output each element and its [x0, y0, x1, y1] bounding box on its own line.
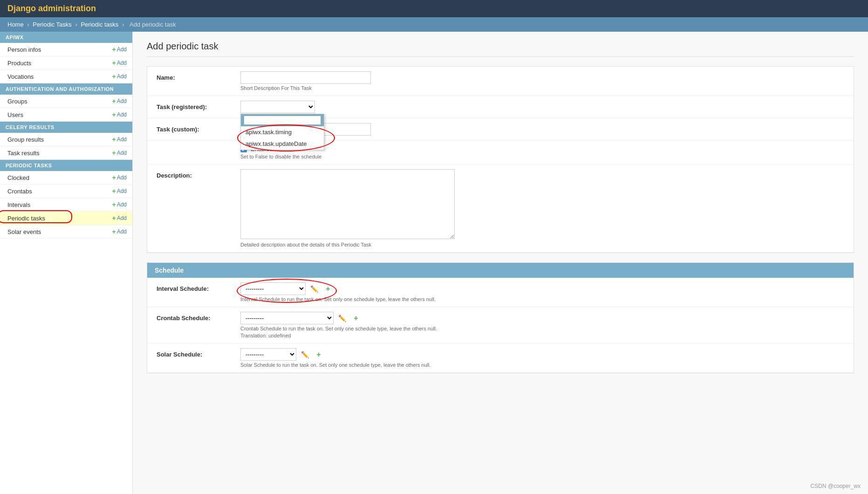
header: Django administration [0, 0, 868, 17]
description-textarea[interactable] [240, 169, 455, 239]
interval-controls-wrapper: --------- ✏️ + [240, 282, 334, 295]
sidebar-section-auth: AUTHENTICATION AND AUTHORIZATION [0, 83, 132, 95]
description-field: Detailed description about the details o… [240, 169, 844, 247]
enabled-checkbox-row: Enabled [240, 145, 844, 152]
task-registered-select[interactable]: apiwx.task.timing apiwx.task.updateDate [240, 101, 315, 113]
page-title: Add periodic task [147, 41, 854, 57]
sidebar-item-groups[interactable]: Groups + Add [0, 95, 132, 108]
solar-schedule-row: Solar Schedule: --------- ✏️ + Solar Sch… [147, 343, 854, 373]
task-option-timing-item[interactable]: apiwx.task.timing [241, 126, 324, 138]
interval-label: Interval Schedule: [157, 282, 231, 292]
task-dropdown-container: apiwx.task.timing apiwx.task.updateDate … [240, 101, 315, 113]
interval-add-button[interactable]: + [322, 283, 334, 295]
add-products-link[interactable]: + Add [112, 59, 127, 67]
add-task-results-link[interactable]: + Add [112, 149, 127, 157]
add-intervals-link[interactable]: + Add [112, 201, 127, 208]
task-option-updatedate-item[interactable]: apiwx.task.updateDate [241, 138, 324, 150]
schedule-section: Schedule Interval Schedule: --------- ✏️… [147, 262, 854, 373]
sidebar-item-vocations[interactable]: Vocations + Add [0, 70, 132, 83]
main-form: Name: Short Description For This Task Ta… [147, 66, 854, 253]
enabled-label-spacer [157, 145, 231, 148]
solar-label: Solar Schedule: [157, 348, 231, 358]
name-row: Name: Short Description For This Task [147, 67, 854, 96]
solar-schedule-controls: --------- ✏️ + [240, 348, 844, 361]
sidebar-item-periodic-tasks[interactable]: Periodic tasks + Add [0, 212, 132, 225]
sidebar-item-group-results[interactable]: Group results + Add [0, 133, 132, 146]
add-crontabs-link[interactable]: + Add [112, 187, 127, 195]
solar-help: Solar Schedule to run the task on. Set o… [240, 362, 844, 368]
task-registered-row: Task (registered): apiwx.task.timing api… [147, 96, 854, 118]
breadcrumb-home[interactable]: Home [7, 21, 24, 28]
task-registered-field: apiwx.task.timing apiwx.task.updateDate … [240, 101, 844, 113]
sidebar-item-products[interactable]: Products + Add [0, 56, 132, 70]
sidebar-section-periodic: PERIODIC TASKS [0, 160, 132, 171]
sidebar-item-task-results[interactable]: Task results + Add [0, 146, 132, 160]
interval-schedule-select[interactable]: --------- [240, 282, 306, 295]
sidebar-item-intervals[interactable]: Intervals + Add [0, 198, 132, 212]
add-group-results-link[interactable]: + Add [112, 136, 127, 143]
solar-schedule-select[interactable]: --------- [240, 348, 296, 361]
add-groups-link[interactable]: + Add [112, 97, 127, 105]
sidebar-item-person-infos[interactable]: Person infos + Add [0, 43, 132, 56]
add-periodic-tasks-link[interactable]: + Add [112, 214, 127, 222]
add-vocations-link[interactable]: + Add [112, 73, 127, 80]
add-clocked-link[interactable]: + Add [112, 174, 127, 181]
add-solar-events-link[interactable]: + Add [112, 228, 127, 235]
interval-help: Interval Schedule to run the task on. Se… [240, 296, 844, 302]
breadcrumb-periodic-tasks-section[interactable]: Periodic Tasks [33, 21, 72, 28]
interval-schedule-row: Interval Schedule: --------- ✏️ + [147, 278, 854, 307]
crontab-label: Crontab Schedule: [157, 312, 231, 322]
enabled-help: Set to False to disable the schedule [240, 154, 844, 159]
description-row: Description: Detailed description about … [147, 165, 854, 253]
sidebar-item-clocked[interactable]: Name: Clocked + Add [0, 171, 132, 185]
task-dropdown-search[interactable] [244, 116, 321, 125]
site-title: Django administration [7, 4, 861, 14]
sidebar-item-users[interactable]: Users + Add [0, 108, 132, 122]
task-dropdown-search-header [241, 114, 324, 126]
interval-schedule-row-controls: --------- ✏️ + [240, 282, 334, 295]
sidebar-item-solar-events[interactable]: Solar events + Add [0, 225, 132, 239]
sidebar-section-celery: CELERY RESULTS [0, 122, 132, 133]
task-dropdown-menu: apiwx.task.timing apiwx.task.updateDate [240, 114, 324, 150]
crontab-help: Crontab Schedule to run the task on. Set… [240, 326, 844, 331]
breadcrumb-current: Add periodic task [130, 21, 176, 28]
solar-field: --------- ✏️ + Solar Schedule to run the… [240, 348, 844, 368]
crontab-help2: Translation: undefined [240, 333, 844, 338]
name-input[interactable] [240, 71, 371, 84]
crontab-schedule-controls: --------- ✏️ + [240, 312, 844, 324]
sidebar-item-crontabs[interactable]: Crontabs + Add [0, 185, 132, 198]
interval-field: --------- ✏️ + Interval Schedule to run … [240, 282, 844, 302]
name-label: Name: [157, 71, 231, 81]
schedule-section-header: Schedule [147, 263, 854, 278]
breadcrumb-periodic-tasks[interactable]: Periodic tasks [81, 21, 118, 28]
crontab-add-button[interactable]: + [350, 313, 362, 324]
content-area: Add periodic task Name: Short Descriptio… [133, 32, 868, 494]
solar-add-button[interactable]: + [313, 349, 324, 360]
breadcrumb: Home › Periodic Tasks › Periodic tasks ›… [0, 17, 868, 32]
watermark: CSDN @cooper_wx [810, 483, 861, 489]
crontab-field: --------- ✏️ + Crontab Schedule to run t… [240, 312, 844, 338]
name-help: Short Description For This Task [240, 85, 844, 91]
crontab-schedule-select[interactable]: --------- [240, 312, 334, 324]
solar-edit-button[interactable]: ✏️ [299, 349, 310, 360]
task-dropdown-options-wrapper: apiwx.task.timing apiwx.task.updateDate [241, 126, 324, 150]
task-custom-label: Task (custom): [157, 123, 231, 133]
add-person-infos-link[interactable]: + Add [112, 46, 127, 53]
name-field-container: Short Description For This Task [240, 71, 844, 91]
add-users-link[interactable]: + Add [112, 111, 127, 118]
sidebar: APIWX Person infos + Add Products + Add … [0, 32, 133, 494]
sidebar-section-apiwx: APIWX [0, 32, 132, 43]
main-container: APIWX Person infos + Add Products + Add … [0, 32, 868, 494]
task-custom-field [240, 123, 844, 136]
interval-edit-button[interactable]: ✏️ [308, 283, 320, 295]
crontab-schedule-row: Crontab Schedule: --------- ✏️ + Crontab… [147, 307, 854, 343]
enabled-field: Enabled Set to False to disable the sche… [240, 145, 844, 159]
description-help: Detailed description about the details o… [240, 242, 844, 247]
task-registered-label: Task (registered): [157, 101, 231, 110]
description-label: Description: [157, 169, 231, 179]
crontab-edit-button[interactable]: ✏️ [336, 313, 348, 324]
